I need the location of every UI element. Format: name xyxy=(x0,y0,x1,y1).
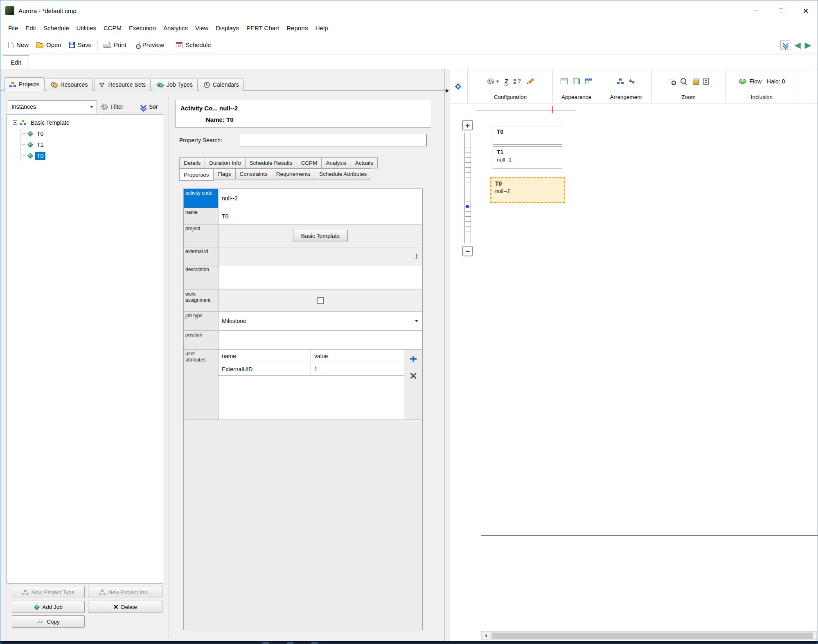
tree-item-t0-selected[interactable]: T0 xyxy=(21,150,163,161)
maximize-button[interactable] xyxy=(768,0,793,21)
font-button[interactable] xyxy=(505,78,508,85)
add-attribute-button[interactable] xyxy=(410,350,417,368)
column-style-button[interactable] xyxy=(573,79,580,84)
filter-button[interactable]: Filter xyxy=(101,101,123,113)
pert-canvas[interactable]: T0 T1 null--1 T0 null--2 xyxy=(450,103,818,641)
copy-button[interactable]: Copy xyxy=(12,615,85,628)
ua-cell-name[interactable]: ExternalUID xyxy=(219,363,311,375)
menu-item-file[interactable]: File xyxy=(5,21,22,36)
add-job-button[interactable]: Add Job xyxy=(12,601,85,613)
tab-actuals[interactable]: Actuals xyxy=(351,157,378,168)
tab-properties[interactable]: Properties xyxy=(179,168,214,181)
tab-duration-info[interactable]: Duration Info xyxy=(205,157,245,168)
row-label-position[interactable]: position xyxy=(184,331,219,349)
field-external-id[interactable]: 1 xyxy=(219,247,422,265)
tab-job-types[interactable]: Job Types xyxy=(152,78,198,91)
tab-resources[interactable]: Resources xyxy=(46,78,93,91)
scroll-toolbar-right-button[interactable] xyxy=(450,69,466,103)
tree-collapse-toggle[interactable] xyxy=(13,120,17,125)
forward-arrow-button[interactable]: ▶ xyxy=(805,41,811,49)
arrange-nodes-button[interactable] xyxy=(617,79,624,85)
tab-edit[interactable]: Edit xyxy=(3,55,29,69)
menu-item-schedule[interactable]: Schedule xyxy=(40,21,73,36)
job-type-dropdown-button[interactable] xyxy=(411,312,422,330)
tab-details[interactable]: Details xyxy=(179,157,205,168)
collapse-right-icon[interactable] xyxy=(446,89,449,93)
back-arrow-button[interactable]: ◀ xyxy=(794,41,800,49)
user-attributes-data-row[interactable]: ExternalUID 1 xyxy=(219,363,404,376)
pert-node-t0[interactable]: T0 xyxy=(493,126,562,145)
node-query-button[interactable] xyxy=(514,78,521,85)
display-palette-button[interactable] xyxy=(487,79,494,84)
menu-item-ccpm[interactable]: CCPM xyxy=(100,21,125,36)
pert-node-t0-selected[interactable]: T0 null--2 xyxy=(490,177,565,203)
grid-style-button[interactable] xyxy=(561,79,568,84)
field-name[interactable]: T0 xyxy=(219,208,422,224)
menu-item-edit[interactable]: Edit xyxy=(22,21,40,36)
tree-item-t1[interactable]: T1 xyxy=(21,139,163,150)
close-button[interactable] xyxy=(793,0,818,21)
tab-ccpm[interactable]: CCPM xyxy=(297,157,322,168)
job-type-select[interactable]: Milestone xyxy=(219,312,422,330)
lock-zoom-button[interactable] xyxy=(693,79,698,85)
layout-style-button[interactable] xyxy=(585,79,592,84)
new-button[interactable]: New xyxy=(5,38,32,52)
pert-node-t1[interactable]: T1 null--1 xyxy=(493,146,562,169)
tab-schedule-attributes[interactable]: Schedule Attributes xyxy=(315,168,371,180)
schedule-button[interactable]: Schedule xyxy=(172,38,215,52)
collapse-toolbar-button[interactable] xyxy=(780,40,790,50)
palette-dropdown-icon[interactable] xyxy=(496,81,499,83)
fit-page-button[interactable] xyxy=(703,78,709,85)
print-button[interactable]: Print xyxy=(100,38,130,52)
tree-root-basic-template[interactable]: Basic Template xyxy=(7,117,163,128)
row-label-job-type[interactable]: job type xyxy=(184,312,219,330)
tab-resource-sets[interactable]: Resource Sets xyxy=(94,78,151,91)
zoom-slider-marker[interactable] xyxy=(466,205,469,208)
tree-item-t0[interactable]: T0 xyxy=(21,128,163,139)
field-activity-code[interactable]: null--2 xyxy=(219,189,422,208)
tab-requirements[interactable]: Requirements xyxy=(272,168,315,180)
menu-item-execution[interactable]: Execution xyxy=(125,21,160,36)
horizontal-scrollbar[interactable] xyxy=(481,631,817,640)
menu-item-pert-chart[interactable]: PERT Chart xyxy=(243,21,283,36)
zoom-in-slider-button[interactable] xyxy=(462,120,473,130)
property-search-input[interactable] xyxy=(240,134,427,146)
project-template-button[interactable]: Basic Template xyxy=(293,230,348,242)
row-label-name[interactable]: name xyxy=(184,208,219,224)
flow-toggle[interactable]: Flow xyxy=(739,78,762,85)
sort-direction-button[interactable] xyxy=(629,78,635,85)
row-label-work-assignment[interactable]: work assignment xyxy=(184,290,219,311)
row-label-external-id[interactable]: external id xyxy=(184,247,219,265)
menu-item-view[interactable]: View xyxy=(192,21,212,36)
scrollbar-left-button[interactable] xyxy=(482,632,490,640)
pane-divider[interactable] xyxy=(169,92,169,639)
panel-splitter[interactable] xyxy=(444,69,450,641)
new-project-type-button[interactable]: New Project Type xyxy=(12,586,85,598)
tab-flags[interactable]: Flags xyxy=(213,168,236,180)
zoom-slider-track[interactable] xyxy=(464,133,471,243)
row-label-user-attributes[interactable]: user attributes xyxy=(184,350,219,420)
zoom-in-button[interactable] xyxy=(681,78,687,85)
delete-attribute-button[interactable] xyxy=(410,368,417,384)
field-description[interactable] xyxy=(219,265,422,289)
menu-item-help[interactable]: Help xyxy=(312,21,332,36)
tab-projects[interactable]: Projects xyxy=(5,77,45,91)
tab-calendars[interactable]: Calendars xyxy=(199,78,244,91)
menu-item-displays[interactable]: Displays xyxy=(212,21,243,36)
delete-button[interactable]: Delete xyxy=(88,601,162,613)
tab-analysis[interactable]: Analysis xyxy=(321,157,351,168)
field-position[interactable] xyxy=(219,331,422,349)
minimize-button[interactable] xyxy=(744,0,768,21)
ua-cell-value[interactable]: 1 xyxy=(311,363,404,375)
tab-schedule-results[interactable]: Schedule Results xyxy=(245,157,297,168)
ua-header-value[interactable]: value xyxy=(311,350,404,363)
instances-dropdown[interactable]: Instances xyxy=(8,100,97,113)
row-label-project[interactable]: project xyxy=(184,224,219,247)
edit-pencil-button[interactable] xyxy=(527,78,533,85)
zoom-out-slider-button[interactable] xyxy=(462,246,473,256)
new-project-instance-button[interactable]: New Project Ins... xyxy=(88,586,162,598)
halo-indicator[interactable]: Halo: 0 xyxy=(767,78,785,85)
menu-item-utilities[interactable]: Utilities xyxy=(73,21,100,36)
open-button[interactable]: Open xyxy=(32,38,65,52)
row-label-description[interactable]: description xyxy=(184,265,219,289)
